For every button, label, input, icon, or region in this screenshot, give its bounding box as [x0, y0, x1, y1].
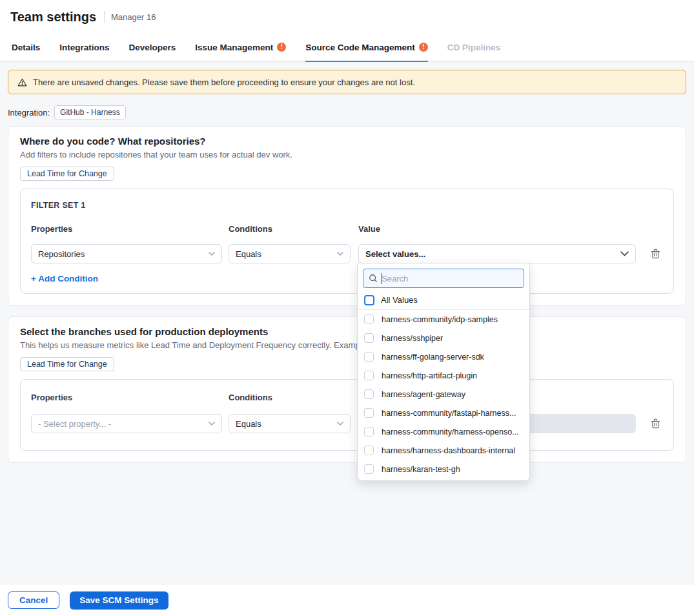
filter-column-labels: Properties Conditions Value: [31, 393, 663, 402]
warning-badge-icon: !: [419, 43, 428, 52]
option-checkbox[interactable]: [364, 427, 374, 436]
option-label: harness-community/harness-openso...: [382, 427, 519, 436]
page-title: Team settings: [10, 10, 96, 25]
repositories-section-title: Where do you code? What repositories?: [20, 136, 674, 147]
repository-option[interactable]: harness/ff-golang-server-sdk: [358, 347, 529, 366]
all-values-checkbox[interactable]: [364, 295, 374, 305]
lead-time-tag: Lead Time for Change: [20, 167, 114, 181]
chevron-down-icon: [337, 252, 343, 256]
dropdown-search-box: [363, 269, 524, 288]
property-select[interactable]: - Select property... -: [31, 414, 222, 433]
repository-option[interactable]: harness/http-artifact-plugin: [358, 366, 529, 385]
value-multiselect[interactable]: Select values...: [358, 244, 636, 263]
main-content: There are unsaved changes. Please save t…: [0, 62, 694, 584]
dropdown-search-area: [358, 263, 529, 291]
cancel-button[interactable]: Cancel: [8, 591, 59, 609]
tab-integrations[interactable]: Integrations: [59, 34, 109, 62]
repositories-section-subtitle: Add filters to include repositories that…: [20, 150, 674, 160]
team-settings-page: Team settings Manager 16 Details Integra…: [0, 0, 694, 616]
settings-tab-bar: Details Integrations Developers Issue Ma…: [0, 34, 694, 62]
value-options-list: harness-community/idp-samples harness/ss…: [358, 310, 529, 481]
integration-chip: GitHub - Harness: [54, 105, 126, 119]
repository-option[interactable]: harness-community/harness-openso...: [358, 422, 529, 441]
filter-row: - Select property... - Equals: [31, 414, 663, 433]
branches-section-subtitle: This helps us measure metrics like Lead …: [20, 340, 357, 351]
branches-section-card: Select the branches used for production …: [8, 316, 686, 463]
option-checkbox[interactable]: [364, 352, 374, 362]
integration-row: Integration: GitHub - Harness: [8, 105, 686, 119]
title-divider: [104, 11, 105, 23]
tab-details-label: Details: [12, 43, 40, 52]
tab-source-code-management[interactable]: Source Code Management !: [305, 34, 428, 62]
chevron-down-icon: [337, 422, 343, 426]
delete-filter-button[interactable]: [648, 246, 663, 262]
option-checkbox[interactable]: [364, 333, 374, 343]
tab-details[interactable]: Details: [12, 34, 40, 62]
repository-option[interactable]: harness/karan-test-gh: [358, 460, 529, 478]
select-all-option[interactable]: All Values: [358, 291, 529, 310]
all-values-label: All Values: [381, 295, 418, 305]
tab-issue-management-label: Issue Management: [195, 43, 273, 52]
filter-set-1: FILTER SET 1 Properties Conditions Value…: [20, 189, 674, 294]
tab-integrations-label: Integrations: [59, 43, 109, 52]
conditions-column-label: Conditions: [229, 224, 351, 234]
conditions-column-label: Conditions: [229, 393, 351, 402]
option-checkbox[interactable]: [364, 314, 374, 324]
option-label: harness/sshpiper: [382, 334, 443, 343]
properties-column-label: Properties: [31, 224, 222, 234]
tab-developers[interactable]: Developers: [129, 34, 176, 62]
text-caret: [382, 273, 382, 284]
warning-badge-icon: !: [277, 43, 286, 52]
page-header: Team settings Manager 16: [0, 0, 694, 34]
filter-column-labels: Properties Conditions Value: [31, 224, 663, 234]
chevron-down-icon: [620, 251, 629, 256]
option-checkbox[interactable]: [364, 446, 374, 455]
option-checkbox[interactable]: [364, 389, 374, 399]
filter-set-1-title: FILTER SET 1: [31, 201, 663, 210]
repository-option[interactable]: harness/sshpiper: [358, 329, 529, 347]
option-label: harness/agent-gateway: [382, 390, 465, 399]
unsaved-changes-banner: There are unsaved changes. Please save t…: [8, 70, 686, 94]
lead-time-tag: Lead Time for Change: [20, 357, 114, 371]
trash-icon: [651, 418, 660, 429]
chevron-down-icon: [209, 422, 215, 426]
tab-cd-pipelines: CD Pipelines: [447, 34, 501, 62]
repository-option[interactable]: harness-community/fastapi-harness...: [358, 404, 529, 422]
value-column-label: Value: [358, 224, 636, 234]
unsaved-changes-text: There are unsaved changes. Please save t…: [33, 77, 415, 87]
option-label: harness/http-artifact-plugin: [382, 371, 477, 380]
tab-issue-management[interactable]: Issue Management !: [195, 34, 286, 62]
option-checkbox[interactable]: [364, 464, 374, 474]
value-dropdown-popup: All Values harness-community/idp-samples…: [357, 263, 530, 481]
add-condition-link[interactable]: + Add Condition: [31, 274, 98, 283]
footer-action-bar: Cancel Save SCM Settings: [0, 584, 694, 616]
properties-column-label: Properties: [31, 393, 222, 402]
trash-icon: [651, 249, 660, 259]
search-input[interactable]: [382, 274, 518, 283]
integration-label: Integration:: [8, 108, 50, 118]
condition-select[interactable]: Equals: [229, 414, 351, 433]
option-label: harness/ff-golang-server-sdk: [382, 353, 484, 362]
value-multiselect-placeholder: Select values...: [365, 249, 620, 259]
option-checkbox[interactable]: [364, 371, 374, 380]
repository-option[interactable]: harness/agent-gateway: [358, 385, 529, 404]
option-label: harness-community/fastapi-harness...: [382, 409, 516, 418]
filter-row: Repositories Equals Select values...: [31, 244, 663, 263]
delete-filter-button[interactable]: [648, 416, 663, 431]
condition-select-value: Equals: [236, 249, 337, 259]
tab-developers-label: Developers: [129, 43, 176, 52]
option-checkbox[interactable]: [364, 408, 374, 418]
tab-source-code-management-label: Source Code Management: [305, 43, 415, 52]
repository-option[interactable]: harness-community/idp-samples: [358, 310, 529, 329]
option-label: harness/karan-test-gh: [382, 465, 460, 474]
condition-select[interactable]: Equals: [229, 244, 351, 263]
option-label: harness/harness-dashboards-internal: [382, 446, 515, 455]
search-icon: [369, 274, 378, 283]
repository-option[interactable]: harness/internal-video-guides: [358, 478, 529, 481]
save-scm-settings-button[interactable]: Save SCM Settings: [70, 591, 168, 610]
tab-cd-pipelines-label: CD Pipelines: [447, 43, 501, 52]
repository-option[interactable]: harness/harness-dashboards-internal: [358, 441, 529, 460]
condition-select-value: Equals: [236, 419, 337, 429]
property-select[interactable]: Repositories: [31, 244, 222, 263]
warning-triangle-icon: [17, 77, 27, 87]
